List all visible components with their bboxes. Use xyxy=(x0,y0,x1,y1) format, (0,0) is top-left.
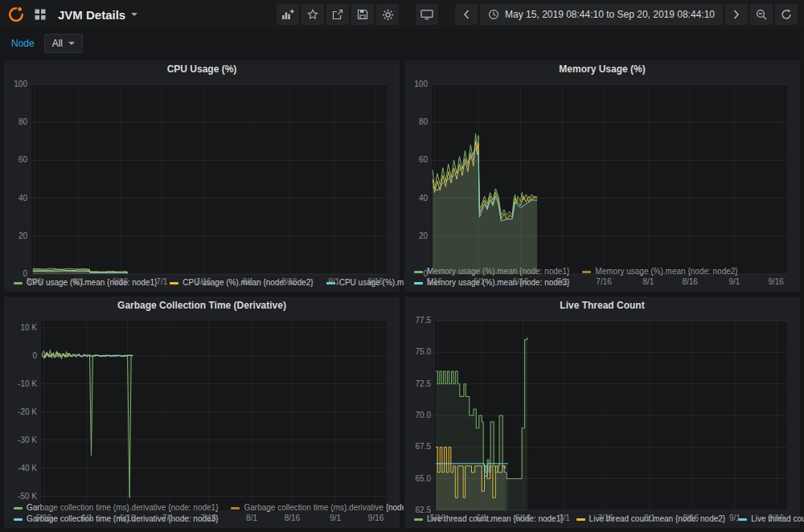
add-panel-button[interactable] xyxy=(277,4,299,25)
svg-text:6/1: 6/1 xyxy=(81,514,92,522)
live-thread-count-chart[interactable]: 5/166/16/167/17/168/18/169/19/1662.565.0… xyxy=(408,314,797,514)
time-range-forward-button[interactable] xyxy=(725,4,748,25)
svg-text:7/16: 7/16 xyxy=(596,277,612,286)
svg-text:-10 K: -10 K xyxy=(18,379,37,388)
svg-text:75.0: 75.0 xyxy=(416,347,432,356)
svg-text:60: 60 xyxy=(18,155,28,164)
svg-text:80: 80 xyxy=(419,117,429,126)
share-icon xyxy=(332,9,343,20)
svg-text:5/16: 5/16 xyxy=(36,514,52,522)
svg-text:9/1: 9/1 xyxy=(330,514,341,522)
time-controls-group: May 15, 2019 08:44:10 to Sep 20, 2019 08… xyxy=(453,4,798,25)
svg-text:65.0: 65.0 xyxy=(416,474,432,483)
zoom-out-icon xyxy=(756,9,767,20)
svg-text:6/16: 6/16 xyxy=(120,514,136,522)
panel-title[interactable]: Memory Usage (%) xyxy=(408,60,797,78)
variable-dropdown-node[interactable]: All xyxy=(44,34,83,53)
svg-text:72.5: 72.5 xyxy=(416,379,432,388)
save-icon xyxy=(357,9,368,20)
svg-text:6/16: 6/16 xyxy=(513,277,529,286)
navbar-right: May 15, 2019 08:44:10 to Sep 20, 2019 08… xyxy=(274,4,798,25)
grid-4-squares-icon xyxy=(35,9,46,20)
svg-text:9/1: 9/1 xyxy=(729,514,740,522)
variable-value: All xyxy=(52,38,63,49)
svg-text:10 K: 10 K xyxy=(20,323,37,332)
navbar-left: JVM Details xyxy=(6,5,137,24)
time-range-label: May 15, 2019 08:44:10 to Sep 20, 2019 08… xyxy=(505,9,715,20)
svg-text:80: 80 xyxy=(18,117,28,126)
svg-text:9/1: 9/1 xyxy=(728,277,740,286)
time-range-back-button[interactable] xyxy=(455,4,478,25)
svg-text:5/16: 5/16 xyxy=(430,514,446,522)
refresh-icon xyxy=(781,9,792,20)
panel-toolbar-group xyxy=(274,4,399,25)
svg-text:7/1: 7/1 xyxy=(162,514,174,522)
svg-text:7/16: 7/16 xyxy=(201,514,217,522)
star-button[interactable] xyxy=(302,4,324,25)
submenu: Node All xyxy=(0,29,804,58)
zoom-out-button[interactable] xyxy=(750,4,773,25)
svg-text:-30 K: -30 K xyxy=(18,436,37,444)
settings-button[interactable] xyxy=(376,4,399,25)
svg-text:60: 60 xyxy=(419,155,429,164)
svg-text:8/1: 8/1 xyxy=(246,514,257,522)
svg-text:7/1: 7/1 xyxy=(156,277,167,286)
save-button[interactable] xyxy=(351,4,374,25)
svg-text:0: 0 xyxy=(32,351,37,360)
cycle-view-mode-button[interactable] xyxy=(416,4,438,25)
variable-label-node: Node xyxy=(8,35,38,51)
svg-text:5/16: 5/16 xyxy=(27,277,43,286)
refresh-button[interactable] xyxy=(775,4,798,25)
tv-monitor-icon xyxy=(420,9,433,20)
add-panel-icon xyxy=(281,9,294,20)
svg-text:9/16: 9/16 xyxy=(768,277,784,286)
svg-text:8/16: 8/16 xyxy=(682,277,698,286)
panel-live-thread-count: Live Thread Count 5/166/16/167/17/168/18… xyxy=(404,296,801,529)
svg-text:77.5: 77.5 xyxy=(416,316,432,325)
svg-text:8/16: 8/16 xyxy=(683,514,699,522)
memory-usage-chart[interactable]: 5/166/16/167/17/168/18/169/19/1602040608… xyxy=(408,78,797,266)
svg-text:8/1: 8/1 xyxy=(242,277,253,286)
svg-text:-40 K: -40 K xyxy=(18,464,37,473)
dashboards-grid-button[interactable] xyxy=(32,6,48,23)
navbar: JVM Details xyxy=(0,0,804,29)
svg-text:0: 0 xyxy=(23,269,27,278)
svg-text:0: 0 xyxy=(423,269,428,278)
svg-text:6/1: 6/1 xyxy=(73,277,84,286)
svg-text:9/1: 9/1 xyxy=(328,277,339,286)
panel-title[interactable]: Live Thread Count xyxy=(408,297,797,314)
chevron-left-icon xyxy=(462,9,470,20)
svg-text:8/16: 8/16 xyxy=(281,277,297,286)
svg-text:-20 K: -20 K xyxy=(18,407,37,416)
dashboard-title-dropdown[interactable]: JVM Details xyxy=(58,8,137,22)
time-range-button[interactable]: May 15, 2019 08:44:10 to Sep 20, 2019 08… xyxy=(480,4,723,25)
share-button[interactable] xyxy=(326,4,349,25)
svg-text:5/16: 5/16 xyxy=(427,277,443,286)
cpu-usage-chart[interactable]: 5/166/16/167/17/168/18/169/19/1602040608… xyxy=(7,78,396,277)
svg-text:6/16: 6/16 xyxy=(113,277,129,286)
svg-text:40: 40 xyxy=(18,194,28,203)
svg-text:100: 100 xyxy=(414,80,428,88)
svg-text:7/1: 7/1 xyxy=(559,514,570,522)
gc-time-chart[interactable]: 5/166/16/167/17/168/18/169/19/1610 K0-10… xyxy=(7,314,396,502)
svg-text:6/16: 6/16 xyxy=(515,514,531,522)
svg-text:8/1: 8/1 xyxy=(644,514,655,522)
svg-text:7/1: 7/1 xyxy=(556,277,568,286)
grafana-flame-icon xyxy=(7,6,25,23)
grafana-logo[interactable] xyxy=(6,5,26,24)
svg-text:-50 K: -50 K xyxy=(18,492,37,501)
chevron-right-icon xyxy=(732,9,740,20)
svg-text:9/16: 9/16 xyxy=(769,514,785,522)
panel-cpu-usage: CPU Usage (%) 5/166/16/167/17/168/18/169… xyxy=(3,59,400,293)
svg-text:6/1: 6/1 xyxy=(474,277,485,286)
panel-title[interactable]: Garbage Collection Time (Derivative) xyxy=(7,297,396,314)
svg-text:67.5: 67.5 xyxy=(416,442,432,451)
panel-gc-time: Garbage Collection Time (Derivative) 5/1… xyxy=(3,296,400,529)
clock-icon xyxy=(488,9,499,20)
svg-text:62.5: 62.5 xyxy=(416,505,432,514)
svg-text:100: 100 xyxy=(14,80,27,88)
panel-title[interactable]: CPU Usage (%) xyxy=(7,60,396,78)
dashboard-title: JVM Details xyxy=(58,8,125,22)
svg-text:7/16: 7/16 xyxy=(195,277,211,286)
panel-memory-usage: Memory Usage (%) 5/166/16/167/17/168/18/… xyxy=(404,59,801,293)
